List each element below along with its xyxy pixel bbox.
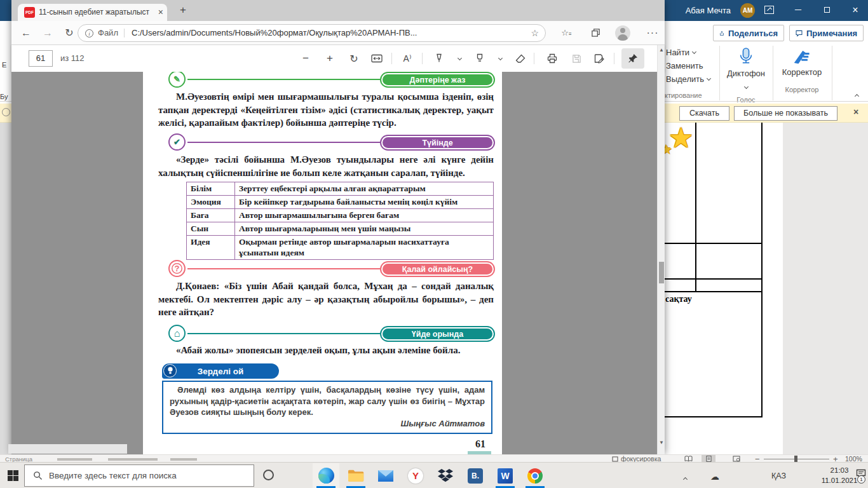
print-icon[interactable] (544, 51, 560, 66)
table-key: Сын (187, 222, 235, 236)
ribbon-display-options-icon[interactable] (764, 6, 774, 14)
quote-author: Шыңғыс Айтматов (170, 418, 485, 430)
add-favorite-icon[interactable]: ☆ (531, 25, 539, 41)
zoom-out-control[interactable]: − (755, 454, 760, 462)
share-button[interactable]: Поделиться (713, 25, 784, 41)
word-minimize-button[interactable]: ─ (785, 0, 811, 21)
profile-avatar[interactable] (615, 25, 630, 41)
cortana-button[interactable] (263, 470, 274, 480)
web-layout-icon (733, 456, 740, 462)
pdf-scrollbar[interactable]: ▲ ▼ (657, 45, 665, 454)
word-close-button[interactable]: × (843, 0, 868, 21)
taskbar-word-app[interactable]: W (492, 463, 519, 488)
scroll-up-icon[interactable]: ▲ (658, 47, 665, 53)
favorites-bar-icon[interactable]: ☆≡ (558, 21, 574, 45)
fit-to-width-icon[interactable] (369, 51, 385, 66)
forward-button[interactable]: → (39, 21, 56, 45)
taskbar-explorer-app[interactable] (342, 463, 369, 488)
folder-icon (348, 469, 364, 482)
restore-icon (824, 7, 830, 13)
new-tab-button[interactable]: + (175, 1, 191, 19)
taskbar-vk-app[interactable]: В. (462, 463, 489, 488)
zoom-out-icon[interactable]: − (297, 51, 314, 66)
download-button[interactable]: Скачать (679, 106, 729, 121)
pdf-viewer[interactable]: ✎ Дәптеріңе жаз М.Әуезовтің өмірі мен шы… (11, 72, 665, 454)
table-row: БағаАвтор шығармашылығына берген бағам (187, 209, 494, 222)
comments-button[interactable]: Примечания (789, 25, 864, 41)
collections-icon[interactable] (587, 21, 604, 45)
read-aloud-icon[interactable]: A⁾ (399, 51, 416, 66)
zoom-in-control[interactable]: + (833, 454, 838, 462)
chevron-down-icon (707, 76, 711, 81)
clock-date: 11.01.2021 (818, 475, 860, 485)
document-text: сақтау (665, 294, 692, 304)
paragraph-write: М.Әуезовтің өмірі мен шығармашылығы тура… (158, 90, 494, 130)
print-layout-icon (706, 456, 712, 462)
pin-toolbar-button[interactable] (621, 48, 644, 69)
taskbar-search-input[interactable]: Введите здесь текст для поиска (24, 464, 254, 487)
quote-text: Әлемді көз алдыңа келтіру үшін, басқалар… (170, 384, 485, 418)
taskbar-chrome-app[interactable] (522, 463, 548, 488)
focus-mode-toggle[interactable]: фокусировка (612, 455, 661, 462)
microphone-icon (738, 46, 754, 67)
tray-expand-icon[interactable] (684, 473, 687, 482)
paragraph-home: «Абай жолы» эпопеясын зерделей оқып, ұлы… (158, 344, 494, 357)
table-line (695, 123, 696, 292)
status-page-fragment: Страница (5, 456, 32, 462)
print-layout-button[interactable] (702, 455, 715, 462)
word-account-name[interactable]: Абая Мечта (686, 0, 731, 21)
zoom-percentage[interactable]: 100% (845, 455, 862, 462)
draw-pen-dropdown-icon[interactable] (451, 51, 468, 66)
save-icon[interactable] (568, 51, 585, 66)
tab-close-icon[interactable]: × (158, 4, 163, 21)
page-total-label: из 112 (60, 45, 85, 72)
comment-icon (796, 29, 803, 37)
refresh-button[interactable]: ↻ (61, 21, 78, 45)
edge-window: PDF 11-сынып әдебиет жаратылыст × + ← → … (11, 0, 665, 454)
browser-tab[interactable]: PDF 11-сынып әдебиет жаратылыст × (18, 4, 167, 21)
find-menu[interactable]: Найти (666, 48, 696, 57)
taskbar-yandex-app[interactable]: Y (402, 463, 429, 488)
url-text[interactable]: C:/Users/admin/Documents/Новый%20формат/… (132, 25, 522, 41)
zoom-in-icon[interactable]: + (322, 51, 338, 66)
table-row: ИдеяОқырман ретінде автор шығармаларын н… (187, 236, 494, 260)
highlighter-icon[interactable] (471, 51, 488, 66)
dont-show-again-button[interactable]: Больше не показывать (734, 106, 837, 121)
word-restore-button[interactable] (814, 0, 839, 21)
info-icon (2, 108, 10, 116)
save-as-icon[interactable] (591, 51, 607, 66)
table-line (761, 123, 763, 417)
read-mode-button[interactable] (681, 455, 695, 462)
message-bar-close-icon[interactable]: × (853, 107, 858, 117)
replace-button[interactable]: Заменить (666, 61, 703, 71)
taskbar-edge-app[interactable] (313, 463, 339, 488)
ribbon-separator (773, 46, 773, 100)
collapse-ribbon-icon[interactable] (855, 94, 859, 98)
language-indicator[interactable]: ҚАЗ (771, 471, 786, 480)
rotate-icon[interactable]: ↻ (346, 51, 362, 66)
taskbar-dropbox-app[interactable] (432, 463, 459, 488)
page-number-input[interactable]: 61 (29, 50, 53, 67)
draw-pen-icon[interactable] (431, 51, 447, 66)
settings-more-icon[interactable]: ··· (644, 21, 661, 45)
toolbar-separator (422, 53, 423, 64)
scroll-down-icon[interactable]: ▼ (658, 440, 665, 445)
web-layout-button[interactable] (729, 455, 743, 462)
zoom-slider-thumb[interactable] (794, 456, 797, 462)
taskbar-clock[interactable]: 21:03 11.01.2021 (818, 465, 860, 485)
select-menu[interactable]: Выделить (666, 74, 710, 84)
eraser-icon[interactable] (512, 51, 529, 66)
scrollbar-thumb[interactable] (659, 262, 664, 283)
pdf-toolbar: 61 из 112 − + ↻ A⁾ (11, 45, 665, 72)
address-bar[interactable]: i Файл C:/Users/admin/Documents/Новый%20… (78, 24, 546, 42)
back-button[interactable]: ← (18, 21, 34, 45)
onedrive-cloud-icon[interactable]: ☁ (710, 471, 719, 482)
page-info-icon[interactable]: i (85, 29, 93, 37)
start-button[interactable] (8, 470, 18, 481)
taskbar-mail-app[interactable] (372, 463, 399, 488)
toolbar-separator (534, 53, 534, 64)
dictate-label: Диктофон (721, 69, 771, 78)
highlighter-dropdown-icon[interactable] (492, 51, 508, 66)
clock-time: 21:03 (818, 465, 860, 475)
word-account-avatar[interactable]: АМ (740, 3, 755, 18)
